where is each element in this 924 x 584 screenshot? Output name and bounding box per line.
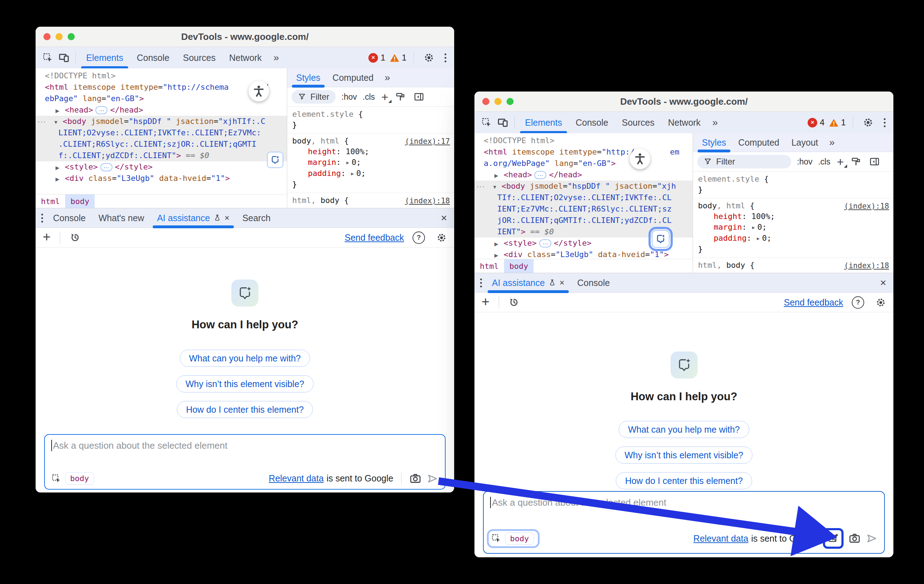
dom-line[interactable]: <!DOCTYPE html> — [36, 70, 287, 81]
suggestion-pill-what-can-you-help-me-with[interactable]: What can you help me with? — [619, 421, 749, 438]
ai-settings-gear-icon[interactable] — [434, 230, 449, 245]
toggle-hover-state[interactable]: :hov — [797, 157, 812, 167]
stylesheet-link[interactable]: (index):18 — [844, 260, 889, 271]
more-tabs-icon[interactable]: » — [268, 47, 284, 68]
warning-badge[interactable]: 1 — [390, 53, 406, 63]
ai-settings-gear-icon[interactable] — [873, 294, 888, 310]
drawer-tab-console[interactable]: Console — [47, 208, 92, 228]
new-style-rule-button[interactable]: + — [837, 156, 844, 168]
suggestion-pill-why-isn-t-this-element-visible[interactable]: Why isn’t this element visible? — [615, 447, 752, 464]
tab-network[interactable]: Network — [661, 112, 708, 133]
close-tab-icon[interactable]: × — [559, 278, 564, 288]
close-window-button[interactable] — [482, 98, 489, 105]
filter-input[interactable]: Filter — [697, 155, 791, 169]
css-declaration[interactable]: margin: ▶0; — [698, 222, 888, 233]
rendering-brush-icon[interactable] — [850, 154, 863, 169]
toggle-hover-state[interactable]: :hov — [342, 92, 356, 102]
close-window-button[interactable] — [43, 33, 51, 40]
tab-network[interactable]: Network — [223, 47, 269, 68]
new-style-rule-button[interactable]: + — [381, 91, 388, 103]
device-toolbar-icon[interactable] — [56, 50, 72, 66]
toggle-class-state[interactable]: .cls — [363, 92, 375, 102]
css-declaration[interactable]: padding: ▶0; — [698, 233, 888, 244]
twisty-arrow-icon[interactable]: ▶ — [56, 105, 65, 116]
tab-elements[interactable]: Elements — [79, 47, 130, 68]
drawer-tab-search[interactable]: Search — [236, 208, 277, 228]
styles-tab-computed[interactable]: Computed — [732, 133, 785, 152]
inspect-icon[interactable] — [491, 533, 501, 543]
tab-elements[interactable]: Elements — [518, 112, 569, 133]
stylesheet-link[interactable]: (index):18 — [844, 201, 889, 212]
drawer-tab-ai-assistance[interactable]: AI assistance× — [150, 208, 236, 228]
tab-sources[interactable]: Sources — [615, 112, 661, 133]
more-tabs-icon[interactable]: » — [707, 112, 723, 133]
selected-element-chip[interactable]: body — [505, 533, 534, 545]
screenshot-camera-icon[interactable] — [848, 533, 861, 544]
expand-children-icon[interactable]: … — [539, 239, 551, 248]
tab-console[interactable]: Console — [130, 47, 176, 68]
expand-children-icon[interactable]: … — [101, 163, 112, 171]
filter-input[interactable]: Filter — [292, 90, 336, 104]
prompt-input[interactable]: Ask a question about the selected elemen… — [44, 434, 446, 490]
device-toolbar-icon[interactable] — [495, 115, 511, 130]
dom-line[interactable]: …▼<body jsmodel="hspDDf " jsaction="xjhT… — [36, 116, 287, 127]
suggestion-pill-why-isn-t-this-element-visible[interactable]: Why isn’t this element visible? — [176, 376, 313, 392]
drawer-more-menu-icon[interactable] — [38, 213, 47, 223]
dom-line[interactable]: jOR:.CLIENT;qGMTIf:.CLIENT;ydZCDf:.CL — [474, 215, 693, 226]
breadcrumb-item-html[interactable]: html — [36, 194, 65, 208]
drawer-more-menu-icon[interactable] — [477, 278, 485, 287]
more-menu-icon[interactable] — [441, 53, 450, 62]
close-tab-icon[interactable]: × — [224, 213, 229, 223]
help-icon[interactable]: ? — [412, 232, 425, 244]
selected-element-chip[interactable]: body — [65, 472, 94, 485]
styles-tab-layout[interactable]: Layout — [785, 133, 824, 152]
styles-tab-styles[interactable]: Styles — [290, 68, 327, 87]
dom-line[interactable]: TIf:.CLIENT;O2vyse:.CLIENT;IVKTfe:.CL — [474, 192, 693, 203]
dom-line[interactable]: ▶<style>…</style> — [36, 161, 287, 173]
warning-badge[interactable]: 1 — [829, 117, 846, 127]
tab-sources[interactable]: Sources — [176, 47, 223, 68]
css-declaration[interactable]: margin: ▶0; — [292, 157, 449, 168]
dom-line[interactable]: ▶<div class="L3eUgb" data-hveid="1"> — [36, 173, 287, 184]
stylesheet-link[interactable]: (index):18 — [405, 195, 450, 206]
inspect-icon[interactable] — [479, 115, 494, 130]
toggle-class-state[interactable]: .cls — [818, 157, 830, 167]
send-prompt-icon[interactable] — [426, 473, 439, 485]
new-chat-button[interactable]: + — [479, 295, 492, 310]
close-drawer-icon[interactable]: × — [875, 277, 891, 289]
send-feedback-link[interactable]: Send feedback — [784, 297, 843, 308]
ask-ai-sparkle-button-highlighted[interactable] — [652, 230, 670, 248]
dom-line[interactable]: LIENT;O2vyse:.CLIENT;IVKTfe:.CLIENT;Ez7V… — [36, 127, 287, 139]
twisty-arrow-icon[interactable]: ▶ — [56, 174, 65, 185]
relevant-data-link[interactable]: Relevant data — [269, 473, 323, 483]
drawer-tab-ai-assistance[interactable]: AI assistance× — [485, 273, 571, 292]
tab-console[interactable]: Console — [569, 112, 615, 133]
css-declaration[interactable]: height: 100%; — [292, 146, 449, 157]
dom-line[interactable]: <!DOCTYPE html> — [474, 135, 693, 146]
inspect-icon[interactable] — [40, 50, 56, 66]
drawer-tab-what-s-new[interactable]: What's new — [92, 208, 150, 228]
css-declaration[interactable]: padding: ▶0; — [292, 168, 449, 179]
suggestion-pill-how-do-i-center-this-element[interactable]: How do I center this element? — [616, 472, 752, 489]
error-badge[interactable]: ×4 — [808, 117, 824, 127]
twisty-arrow-icon[interactable]: ▶ — [494, 238, 504, 250]
css-declaration[interactable]: height: 100%; — [698, 211, 888, 222]
dom-line[interactable]: ▶<head>…</head> — [36, 104, 287, 116]
prompt-placeholder-line[interactable]: Ask a question about the selected elemen… — [490, 497, 878, 508]
error-badge[interactable]: ×1 — [368, 53, 385, 63]
add-image-button-highlighted[interactable] — [823, 528, 843, 549]
dom-line[interactable]: a.org/WebPage" lang="en-GB"> — [474, 158, 693, 169]
minimize-window-button[interactable] — [494, 98, 502, 105]
prompt-placeholder-line[interactable]: Ask a question about the selected elemen… — [51, 440, 439, 451]
breadcrumb-item-body[interactable]: body — [504, 259, 533, 273]
suggestion-pill-how-do-i-center-this-element[interactable]: How do I center this element? — [177, 401, 313, 418]
dom-line[interactable]: …▼<body jsmodel="hspDDf " jsaction="xjh — [474, 180, 693, 192]
twisty-arrow-icon[interactable]: ▼ — [492, 181, 502, 193]
dom-line[interactable]: .CLIENT;R6Slyc:.CLIENT;szjOR:.CLIENT;qGM… — [36, 139, 287, 150]
twisty-arrow-icon[interactable]: ▶ — [494, 170, 504, 181]
inspect-icon[interactable] — [51, 473, 61, 483]
twisty-arrow-icon[interactable]: ▼ — [53, 116, 63, 128]
screenshot-camera-icon[interactable] — [409, 473, 421, 485]
panel-toggle-icon[interactable] — [868, 154, 881, 169]
stylesheet-link[interactable]: (index):17 — [405, 136, 450, 147]
